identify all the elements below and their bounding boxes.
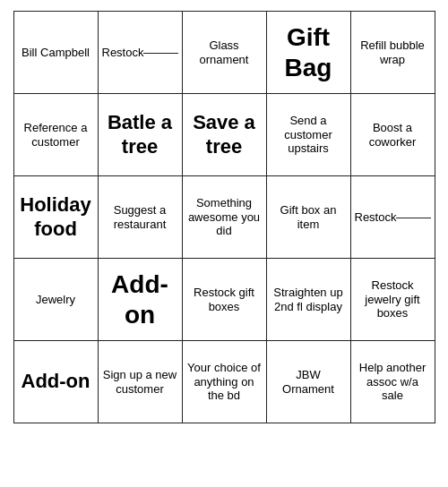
bingo-cell-24: Help another assoc w/a sale [351, 341, 435, 423]
cell-text-20: Add-on [22, 370, 90, 393]
cell-text-11: Suggest a restaurant [102, 203, 178, 231]
cell-text-17: Restock gift boxes [186, 286, 263, 313]
bingo-cell-21: Sign up a new customer [99, 341, 183, 423]
bingo-cell-22: Your choice of anything on the bd [183, 341, 267, 423]
bingo-cell-15: Jewelry [14, 259, 99, 341]
bingo-cell-6: Batle a tree [99, 94, 183, 176]
cell-text-15: Jewelry [36, 293, 75, 307]
bingo-cell-16: Add-on [99, 259, 183, 341]
cell-text-3: Gift Bag [271, 22, 347, 82]
cell-text-1: Restock [102, 46, 144, 60]
bingo-cell-7: Save a tree [183, 94, 267, 176]
bingo-cell-0: Bill Campbell [14, 12, 99, 94]
bingo-cell-9: Boost a coworker [351, 94, 435, 176]
bingo-cell-18: Straighten up 2nd fl display [267, 259, 351, 341]
cell-text-10: Holiday food [18, 193, 94, 241]
bingo-header [13, 0, 435, 11]
bingo-cell-11: Suggest a restaurant [99, 176, 183, 259]
cell-text-16: Add-on [102, 269, 178, 329]
bingo-cell-3: Gift Bag [267, 12, 351, 94]
bingo-cell-13: Gift box an item [267, 176, 351, 259]
bingo-cell-10: Holiday food [14, 176, 99, 259]
bingo-cell-1: Restock [99, 12, 183, 94]
bingo-cell-20: Add-on [14, 341, 99, 423]
cell-text-12: Something awesome you did [186, 196, 263, 238]
bingo-cell-4: Refill bubble wrap [351, 12, 435, 94]
cell-text-13: Gift box an item [271, 203, 347, 231]
bingo-cell-12: Something awesome you did [183, 176, 267, 259]
cell-text-19: Restock jewelry gift boxes [355, 278, 431, 320]
cell-text-6: Batle a tree [102, 111, 178, 158]
cell-text-5: Reference a customer [18, 121, 94, 149]
cell-text-24: Help another assoc w/a sale [355, 361, 431, 403]
bingo-cell-8: Send a customer upstairs [267, 94, 351, 176]
cell-text-23: JBW Ornament [271, 368, 347, 396]
cell-text-14: Restock [355, 210, 397, 225]
bingo-grid: Bill CampbellRestockGlass ornamentGift B… [13, 11, 435, 423]
bingo-cell-2: Glass ornament [183, 12, 267, 94]
cell-text-8: Send a customer upstairs [271, 114, 347, 156]
bingo-cell-19: Restock jewelry gift boxes [351, 259, 435, 341]
cell-text-2: Glass ornament [186, 38, 263, 66]
cell-text-0: Bill Campbell [22, 46, 90, 60]
bingo-cell-23: JBW Ornament [267, 341, 351, 423]
cell-text-7: Save a tree [186, 111, 263, 158]
cell-text-21: Sign up a new customer [102, 368, 178, 396]
cell-text-18: Straighten up 2nd fl display [271, 286, 347, 313]
cell-text-9: Boost a coworker [355, 121, 431, 149]
cell-text-22: Your choice of anything on the bd [186, 361, 263, 403]
cell-text-4: Refill bubble wrap [355, 38, 431, 66]
bingo-cell-5: Reference a customer [14, 94, 99, 176]
bingo-cell-17: Restock gift boxes [183, 259, 267, 341]
bingo-cell-14: Restock [351, 176, 435, 259]
